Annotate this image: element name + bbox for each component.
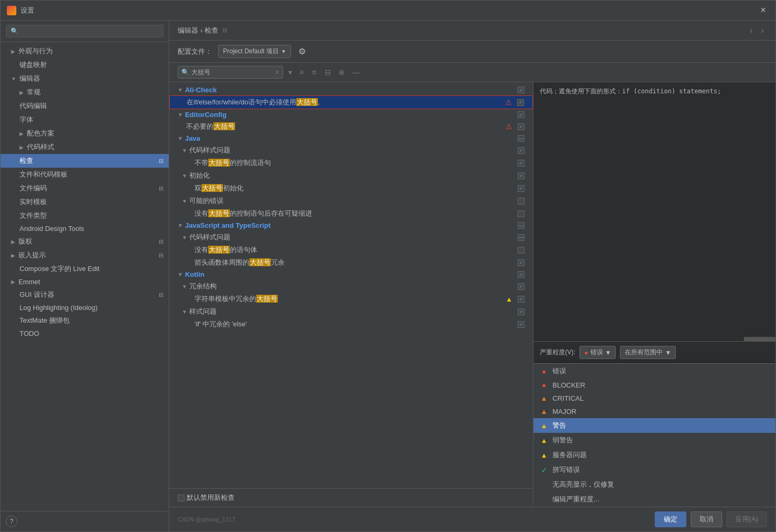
subsection-java-errors[interactable]: ▼ 可能的错误 (169, 195, 533, 207)
default-disable-check[interactable]: 默认禁用新检查 (178, 493, 235, 502)
section-editorconfig[interactable]: ▼ EditorConfig (169, 109, 533, 120)
inspection-item-kotlin-template-braces[interactable]: 字符串模板中冗余的大括号 ▲ (169, 293, 533, 305)
scrollbar-thumb[interactable] (744, 337, 775, 341)
nav-forward-button[interactable]: › (758, 25, 767, 36)
dropdown-item-blocker[interactable]: ● BLOCKER (534, 379, 775, 392)
subsection-checkbox[interactable] (518, 283, 525, 290)
sidebar-item-textmate[interactable]: TextMate 捆绑包 (1, 314, 169, 327)
inspection-item-java-suspicious[interactable]: 没有大括号的控制语句后存在可疑缩进 (169, 207, 533, 220)
filter-list-icon[interactable]: ≡ (297, 67, 306, 78)
sidebar-item-font[interactable]: 字体 (1, 113, 169, 127)
item-checkbox[interactable] (518, 247, 525, 254)
section-checkbox[interactable] (518, 111, 525, 118)
subsection-checkbox[interactable] (518, 308, 525, 315)
sidebar-search-input[interactable] (6, 25, 163, 37)
default-disable-checkbox[interactable] (178, 495, 185, 501)
item-checkbox[interactable] (518, 210, 525, 217)
section-checkbox[interactable] (518, 135, 525, 142)
inspection-item-ali-braces[interactable]: 在if/else/for/while/do语句中必须使用大括号, ⚠ (169, 95, 533, 109)
filter-add-icon[interactable]: ⊕ (336, 67, 347, 78)
sidebar-item-appearance[interactable]: ▶ 外观与行为 (1, 44, 169, 58)
close-button[interactable]: × (757, 4, 769, 17)
item-checkbox[interactable] (517, 99, 524, 106)
section-java[interactable]: ▼ Java (169, 133, 533, 144)
subsection-kotlin-style[interactable]: ▼ 样式问题 (169, 305, 533, 318)
inspection-item-kotlin-else[interactable]: 'if' 中冗余的 'else' (169, 318, 533, 331)
sidebar-item-file-encoding[interactable]: 文件编码 ⊟ (1, 181, 169, 195)
section-checkbox[interactable] (518, 86, 525, 93)
apply-button[interactable]: 应用(A) (726, 511, 767, 527)
sidebar-item-android-design[interactable]: Android Design Tools (1, 223, 169, 235)
config-select[interactable]: Project Default 项目 ▼ (218, 45, 291, 58)
sidebar-item-color-scheme[interactable]: ▶ 配色方案 (1, 127, 169, 140)
filter-funnel-icon[interactable]: ▾ (286, 67, 294, 78)
sidebar-item-code-style[interactable]: ▶ 代码样式 (1, 140, 169, 154)
sidebar-item-gui-designer[interactable]: GUI 设计器 ⊟ (1, 288, 169, 302)
sidebar-item-editor[interactable]: ▼ 编辑器 (1, 72, 169, 85)
dropdown-item-edit-severity[interactable]: 编辑严重程度... (534, 492, 775, 507)
subsection-js-code-style[interactable]: ▼ 代码样式问题 (169, 231, 533, 244)
item-checkbox[interactable] (518, 296, 525, 303)
dropdown-item-error[interactable]: ● 错误 (534, 364, 775, 379)
inspection-search-input[interactable] (191, 69, 273, 76)
item-checkbox[interactable] (518, 160, 525, 167)
dropdown-item-typo[interactable]: ✓ 拼写错误 (534, 462, 775, 477)
item-checkbox[interactable] (518, 259, 525, 266)
severity-select[interactable]: ● 错误 ▼ (579, 346, 616, 359)
inspection-item-java-double-braces[interactable]: 双大括号初始化 (169, 182, 533, 195)
subsection-checkbox[interactable] (518, 172, 525, 179)
dropdown-item-major[interactable]: ▲ MAJOR (534, 405, 775, 418)
filter-expand-icon[interactable]: ≑ (309, 67, 319, 78)
subsection-kotlin-redundant[interactable]: ▼ 冗余结构 (169, 280, 533, 293)
inspection-item-java-no-braces[interactable]: 不带大括号的控制流语句 (169, 157, 533, 169)
dropdown-item-warning[interactable]: ▲ 警告 (534, 418, 775, 433)
search-clear-button[interactable]: × (275, 68, 279, 76)
sidebar-item-log-highlighting[interactable]: Log Highlighting (Ideolog) (1, 302, 169, 314)
sidebar-item-file-types[interactable]: 文件类型 (1, 209, 169, 223)
section-checkbox[interactable] (518, 222, 525, 229)
dropdown-item-critical[interactable]: ▲ CRITICAL (534, 392, 775, 405)
section-checkbox[interactable] (518, 271, 525, 278)
item-checkbox[interactable] (518, 321, 525, 328)
item-checkbox[interactable] (518, 185, 525, 192)
dropdown-item-no-highlight[interactable]: 无高亮显示，仅修复 (534, 477, 775, 492)
inspection-item-js-arrow-redundant[interactable]: 箭头函数体周围的大括号冗余 (169, 256, 533, 269)
inspection-item-js-no-body[interactable]: 没有大括号的语句体 (169, 244, 533, 256)
dropdown-item-weak-warning[interactable]: ▲ 弱警告 (534, 433, 775, 448)
filter-collapse-icon[interactable]: ⊟ (323, 67, 333, 78)
section-js-ts[interactable]: ▼ JavaScript and TypeScript (169, 220, 533, 231)
sidebar-item-embedded-hints[interactable]: ▶ 嵌入提示 ⊟ (1, 248, 169, 262)
footer: CSDN @qihang_1217 确定 取消 应用(A) (169, 507, 775, 531)
sidebar-item-compose-live[interactable]: Compose 文字的 Live Edit (1, 262, 169, 276)
sidebar-item-code-edit[interactable]: 代码编辑 (1, 99, 169, 113)
subsection-java-code-style[interactable]: ▼ 代码样式问题 (169, 144, 533, 157)
subsection-java-init[interactable]: ▼ 初始化 (169, 169, 533, 182)
dropdown-item-server-problem[interactable]: ▲ 服务器问题 (534, 448, 775, 462)
filter-minus-icon[interactable]: — (350, 67, 362, 78)
cancel-button[interactable]: 取消 (691, 511, 722, 527)
help-button[interactable]: ? (6, 516, 17, 527)
sidebar-item-label: 编辑器 (20, 74, 40, 83)
sidebar-item-live-templates[interactable]: 实时模板 (1, 195, 169, 209)
subsection-checkbox[interactable] (518, 234, 525, 241)
item-checkbox[interactable] (518, 123, 525, 130)
sidebar-item-keymap[interactable]: 键盘映射 (1, 58, 169, 72)
section-kotlin[interactable]: ▼ Kotlin (169, 269, 533, 280)
confirm-button[interactable]: 确定 (655, 511, 686, 527)
nav-back-button[interactable]: ‹ (746, 25, 755, 36)
sidebar-item-todo[interactable]: TODO (1, 327, 169, 340)
subsection-arrow: ▼ (182, 284, 187, 289)
scope-select[interactable]: 在所有范围中 ▼ (620, 346, 676, 359)
sidebar-item-copyright[interactable]: ▶ 版权 ⊟ (1, 235, 169, 248)
gear-button[interactable]: ⚙ (295, 45, 309, 57)
subsection-checkbox[interactable] (518, 198, 525, 205)
subsection-arrow: ▼ (182, 309, 187, 315)
subsection-checkbox[interactable] (518, 147, 525, 154)
sidebar-item-general[interactable]: ▶ 常规 (1, 85, 169, 99)
right-panel-scrollbar (534, 337, 775, 341)
sidebar-item-emmet[interactable]: ▶ Emmet (1, 276, 169, 288)
sidebar-item-file-templates[interactable]: 文件和代码模板 (1, 168, 169, 181)
section-ali-check[interactable]: ▼ Ali-Check (169, 84, 533, 95)
sidebar-item-inspections[interactable]: 检查 ⊟ (1, 154, 169, 168)
inspection-item-editor-braces[interactable]: 不必要的大括号 ⚠ (169, 120, 533, 133)
